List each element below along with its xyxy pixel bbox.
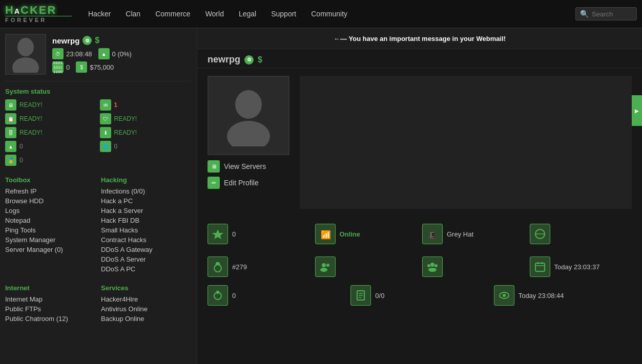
- xp-up-icon: ▲: [98, 48, 110, 59]
- archive-icon: 🗄: [5, 127, 16, 138]
- internet-title: Internet: [5, 284, 96, 292]
- nav-links: Hacker Clan Commerce World Legal Support…: [82, 7, 575, 21]
- hacking-ddos-gateway[interactable]: DDoS A Gateway: [101, 245, 192, 254]
- sidebar-time-value: 23:08:48: [66, 50, 92, 58]
- nav-commerce[interactable]: Commerce: [149, 7, 196, 21]
- services-backup[interactable]: Backup Online: [101, 314, 192, 324]
- stats-row-2: #279 Today 23:03:37: [197, 251, 642, 282]
- svg-point-1: [12, 57, 39, 73]
- stat-award-value: 0: [232, 292, 236, 299]
- status-archive: 🗄 READY!: [5, 127, 97, 138]
- settings-badge-icon: ⚙: [82, 36, 92, 45]
- nav-support[interactable]: Support: [265, 7, 302, 21]
- logo-hacker-text: HACKER: [5, 5, 72, 16]
- hacking-title: Hacking: [101, 176, 192, 184]
- nav-legal[interactable]: Legal: [233, 7, 262, 21]
- services-hacker4hire[interactable]: Hacker4Hire: [101, 294, 192, 304]
- svg-point-16: [428, 268, 437, 272]
- toolbox-refresh-ip[interactable]: Refresh IP: [5, 186, 96, 196]
- svg-point-13: [430, 263, 434, 267]
- search-icon: 🔍: [580, 10, 589, 18]
- dollar-icon: $: [95, 36, 99, 45]
- calendar-icon: [530, 256, 550, 277]
- hacking-hack-pc[interactable]: Hack a PC: [101, 196, 192, 206]
- nav-community[interactable]: Community: [305, 7, 354, 21]
- status-notepad: 📋 READY!: [5, 113, 97, 124]
- svg-point-12: [320, 268, 327, 272]
- sidebar-stat-row-2: 010110111100 0 $ $75,000: [52, 61, 192, 73]
- edit-icon: ✏: [208, 177, 220, 189]
- toolbox-column: Toolbox Refresh IP Browse HDD Logs Notep…: [5, 171, 96, 274]
- hacking-hack-server[interactable]: Hack a Server: [101, 206, 192, 216]
- shield-icon: 🛡: [100, 113, 111, 124]
- status-monitor-text: READY!: [19, 101, 43, 109]
- search-box[interactable]: 🔍: [575, 7, 637, 20]
- award-icon: [208, 285, 228, 306]
- profile-right-panel: [300, 76, 632, 209]
- medal-rank-icon: [208, 256, 228, 277]
- svg-marker-4: [212, 229, 223, 239]
- toolbox-server-manager[interactable]: Server Manager (0): [5, 245, 96, 254]
- status-notepad-text: READY!: [19, 115, 43, 122]
- sidebar-money-value: $75,000: [90, 63, 114, 71]
- nav-world[interactable]: World: [199, 7, 230, 21]
- svg-point-3: [227, 121, 270, 146]
- eye-icon: [494, 285, 514, 306]
- side-panel-toggle[interactable]: ▶: [632, 95, 642, 126]
- download-icon: ⬇: [100, 127, 111, 138]
- clock-icon: ⏱: [52, 48, 64, 59]
- services-antivirus[interactable]: Antivirus Online: [101, 304, 192, 314]
- search-input[interactable]: [592, 10, 633, 18]
- status-medal: 🏅 0: [5, 155, 97, 166]
- stat-online-value: Online: [340, 230, 360, 238]
- hacking-small-hacks[interactable]: Small Hacks: [101, 225, 192, 235]
- profile-header-username: newrpg: [208, 54, 240, 65]
- up-arrow-icon: ▲: [5, 141, 16, 152]
- status-arrow-val: 0: [19, 143, 23, 150]
- status-shield-text: READY!: [114, 115, 137, 122]
- services-column: Services Hacker4Hire Antivirus Online Ba…: [101, 279, 192, 324]
- sidebar-profile: newrpg ⚙ $ ⏱ 23:08:48 ▲ 0 (0%): [5, 34, 192, 81]
- main-layout: newrpg ⚙ $ ⏱ 23:08:48 ▲ 0 (0%): [0, 29, 642, 364]
- internet-column: Internet Internet Map Public FTPs Public…: [5, 279, 96, 324]
- edit-profile-link[interactable]: ✏ Edit Profile: [208, 177, 289, 189]
- toolbox-browse-hdd[interactable]: Browse HDD: [5, 196, 96, 206]
- sidebar-time-stat: ⏱ 23:08:48: [52, 48, 92, 59]
- svg-point-8: [214, 265, 221, 272]
- internet-public-ftps[interactable]: Public FTPs: [5, 304, 96, 314]
- toolbox-ping-tools[interactable]: Ping Tools: [5, 225, 96, 235]
- stat-rank-value: #279: [232, 263, 247, 271]
- status-monitor: 🖥 READY!: [5, 99, 97, 111]
- hacking-contract-hacks[interactable]: Contract Hacks: [101, 235, 192, 245]
- sidebar-avatar: [5, 34, 46, 75]
- toolbox-system-manager[interactable]: System Manager: [5, 235, 96, 245]
- hacking-ddos-pc[interactable]: DDoS A PC: [101, 264, 192, 274]
- status-shield: 🛡 READY!: [100, 113, 192, 124]
- toolbox-notepad[interactable]: Notepad: [5, 216, 96, 225]
- services-title: Services: [101, 284, 192, 292]
- hacking-hack-fbi[interactable]: Hack FBI DB: [101, 216, 192, 225]
- toolbox-hacking-columns: Toolbox Refresh IP Browse HDD Logs Notep…: [5, 171, 192, 274]
- webmail-message: You have an important message in your We…: [349, 35, 506, 42]
- webmail-prefix: ←—: [334, 35, 347, 42]
- profile-left-panel: 🖥 View Servers ✏ Edit Profile: [208, 76, 289, 209]
- nav-hacker[interactable]: Hacker: [82, 7, 117, 21]
- internet-map[interactable]: Internet Map: [5, 294, 96, 304]
- sidebar-xp-stat: ▲ 0 (0%): [98, 48, 132, 59]
- hacking-infections[interactable]: Infections (0/0): [101, 186, 192, 196]
- svg-point-15: [434, 264, 438, 267]
- globe-icon: 🌐: [100, 141, 111, 152]
- stat-online: 📶 Online: [315, 221, 418, 247]
- hacking-ddos-server[interactable]: DDoS A Server: [101, 254, 192, 264]
- server-icon: 🖥: [208, 160, 220, 173]
- nav-clan[interactable]: Clan: [119, 7, 147, 21]
- view-servers-link[interactable]: 🖥 View Servers: [208, 160, 289, 173]
- svg-marker-22: [216, 291, 219, 294]
- stat-calendar: Today 23:03:37: [530, 253, 632, 280]
- logo-forever-text: FOREVER: [5, 16, 72, 23]
- stat-award: 0: [208, 282, 345, 309]
- internet-chatroom[interactable]: Public Chatroom (12): [5, 314, 96, 324]
- notes-icon: [350, 285, 371, 306]
- top-navigation: HACKER FOREVER Hacker Clan Commerce Worl…: [0, 0, 642, 29]
- toolbox-logs[interactable]: Logs: [5, 206, 96, 216]
